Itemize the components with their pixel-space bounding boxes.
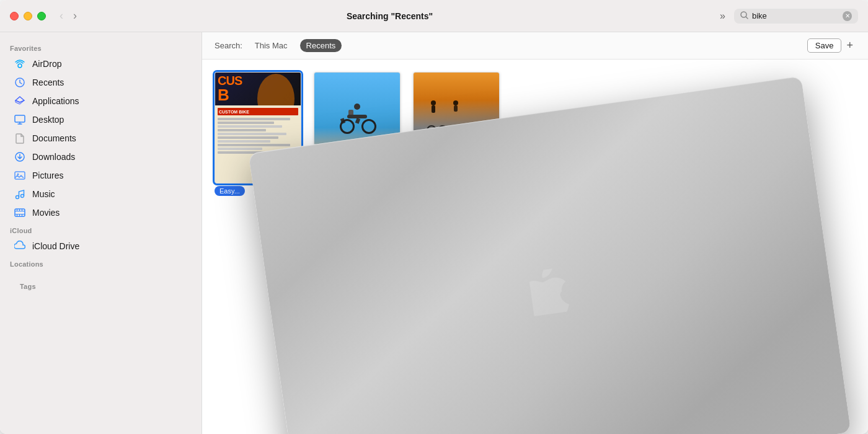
pictures-icon [14, 169, 26, 182]
content-area: Search: This Mac Recents Save + [202, 32, 868, 434]
more-button[interactable]: » [716, 8, 729, 24]
file-thumbnail-bmx-street [413, 72, 500, 184]
sidebar-item-downloads[interactable]: Downloads [4, 148, 198, 166]
icloud-drive-label: iCloud Drive [32, 241, 79, 251]
search-clear-button[interactable]: ✕ [843, 11, 852, 21]
mag-bottom: CUSTOM BIKE [215, 105, 301, 183]
search-bar-container: ✕ [734, 9, 858, 24]
applications-label: Applications [32, 96, 79, 106]
toolbar-right: » ✕ [716, 8, 858, 24]
search-input[interactable] [752, 11, 839, 20]
scope-this-mac-button[interactable]: This Mac [249, 39, 294, 52]
sidebar-item-music[interactable]: Music [4, 185, 198, 203]
forward-button[interactable]: › [69, 8, 81, 24]
sidebar-item-documents[interactable]: Documents [4, 129, 198, 148]
maximize-button[interactable] [37, 12, 46, 20]
icloud-section-label: iCloud [0, 222, 202, 237]
svg-rect-19 [19, 214, 20, 216]
svg-rect-18 [17, 214, 17, 216]
applications-icon [14, 95, 26, 107]
search-scope-bar: Search: This Mac Recents Save + [202, 32, 868, 60]
music-label: Music [32, 189, 55, 199]
svg-rect-4 [15, 115, 25, 122]
nav-buttons: ‹ › [56, 8, 81, 24]
svg-rect-20 [22, 214, 22, 216]
file-thumbnail-bmx-air [314, 72, 401, 184]
minimize-button[interactable] [24, 12, 32, 20]
scope-recents-button[interactable]: Recents [300, 39, 342, 52]
sidebar-item-icloud-drive[interactable]: iCloud Drive [4, 237, 198, 255]
save-btn-group: Save + [807, 38, 856, 53]
sidebar-item-movies[interactable]: Movies [4, 203, 198, 222]
svg-rect-13 [15, 211, 25, 211]
file-item-bmx-mag[interactable]: CUSB CUSTOM BIKE [215, 72, 301, 188]
finder-window: ‹ › Searching "Recents" » ✕ Favorites [0, 0, 868, 434]
mag-preview: CUSB CUSTOM BIKE [215, 73, 301, 183]
movies-label: Movies [32, 208, 60, 218]
tags-section-label: Tags [10, 278, 192, 293]
documents-icon [14, 132, 26, 144]
locations-section-label: Locations [0, 255, 202, 270]
files-grid: CUSB CUSTOM BIKE [202, 60, 868, 434]
main-area: Favorites AirDrop [0, 32, 868, 434]
file-tag-easy: Easy... [215, 186, 245, 196]
favorites-section-label: Favorites [0, 40, 202, 55]
search-scope-label: Search: [215, 41, 242, 50]
add-button[interactable]: + [844, 39, 856, 52]
file-item-bmx-street[interactable] [413, 72, 500, 188]
mag-top: CUSB [215, 73, 301, 105]
back-button[interactable]: ‹ [56, 8, 67, 24]
pictures-label: Pictures [32, 170, 64, 180]
recents-icon [14, 76, 26, 89]
sidebar: Favorites AirDrop [0, 32, 202, 434]
title-bar: ‹ › Searching "Recents" » ✕ [0, 0, 868, 32]
sidebar-item-airdrop[interactable]: AirDrop [4, 55, 198, 73]
movies-icon [14, 206, 26, 219]
airdrop-icon [14, 58, 26, 70]
recents-label: Recents [32, 78, 64, 87]
sidebar-item-applications[interactable]: Applications [4, 92, 198, 110]
window-title: Searching "Recents" [88, 11, 691, 21]
music-icon [14, 188, 26, 200]
icloud-drive-icon [14, 240, 26, 252]
airdrop-label: AirDrop [32, 59, 61, 69]
desktop-icon [14, 113, 26, 126]
downloads-label: Downloads [32, 152, 75, 162]
downloads-icon [14, 151, 26, 163]
file-thumbnail-bmx-mag: CUSB CUSTOM BIKE [215, 72, 301, 184]
sidebar-item-desktop[interactable]: Desktop [4, 110, 198, 129]
svg-rect-17 [22, 209, 22, 211]
svg-line-1 [746, 17, 748, 19]
save-button[interactable]: Save [807, 38, 842, 53]
traffic-lights [10, 12, 46, 20]
search-icon [740, 11, 748, 21]
sidebar-item-pictures[interactable]: Pictures [4, 166, 198, 185]
svg-rect-15 [17, 209, 17, 211]
desktop-label: Desktop [32, 115, 64, 125]
svg-point-2 [18, 64, 22, 68]
file-item-bmx-air[interactable] [314, 72, 401, 188]
documents-label: Documents [32, 133, 76, 143]
svg-rect-16 [19, 209, 20, 211]
sidebar-item-recents[interactable]: Recents [4, 73, 198, 92]
close-button[interactable] [10, 12, 19, 20]
